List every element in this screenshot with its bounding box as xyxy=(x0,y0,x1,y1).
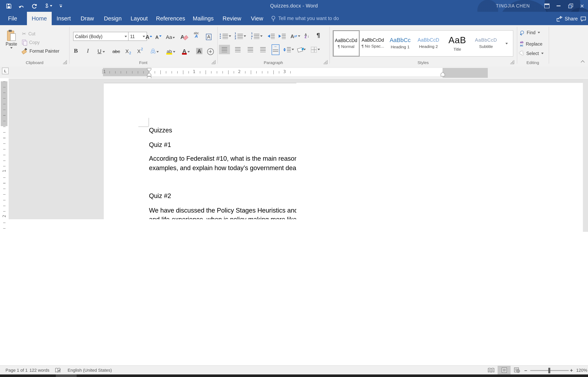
paragraph-dialog-launcher-icon[interactable] xyxy=(324,60,327,64)
shading-button[interactable] xyxy=(298,45,306,54)
enclose-characters-button[interactable] xyxy=(207,46,214,55)
tab-layout[interactable]: Layout xyxy=(127,12,152,25)
web-layout-button[interactable] xyxy=(511,366,524,375)
styles-dialog-launcher-icon[interactable] xyxy=(510,60,514,64)
undo-icon[interactable] xyxy=(18,3,24,9)
horizontal-ruler[interactable]: 1 1 2 3 xyxy=(103,68,488,76)
touch-mode-icon[interactable] xyxy=(44,3,52,9)
style-no-spacing[interactable]: AaBbCcDd ¶ No Spac... xyxy=(360,31,386,55)
copy-button[interactable]: Copy xyxy=(22,39,59,45)
increase-indent-button[interactable] xyxy=(279,31,286,41)
style-subtitle[interactable]: AaBbCcD Subtitle xyxy=(472,31,500,55)
font-color-button[interactable]: A xyxy=(182,46,190,54)
touch-mode-dropdown-icon[interactable] xyxy=(50,5,52,7)
language-indicator[interactable]: English (United States) xyxy=(68,366,112,375)
font-size-combobox[interactable]: 11 xyxy=(128,32,147,41)
replace-button[interactable]: abac Replace xyxy=(520,41,542,47)
multilevel-list-button[interactable]: 1ai xyxy=(251,31,262,41)
indent-markers-icon[interactable] xyxy=(147,68,152,80)
zoom-level[interactable]: 120% xyxy=(576,366,587,375)
character-border-button[interactable]: A xyxy=(206,31,211,40)
tab-mailings[interactable]: Mailings xyxy=(189,12,217,25)
font-dialog-launcher-icon[interactable] xyxy=(211,60,216,64)
sort-button[interactable]: AZ↓ xyxy=(305,31,309,41)
distributed-button[interactable]: ↔ xyxy=(270,45,281,54)
text-effects-button[interactable]: A xyxy=(151,46,159,54)
align-left-button[interactable] xyxy=(219,45,230,54)
style-heading-2[interactable]: AaBbCcD Heading 2 xyxy=(414,31,443,55)
paste-dropdown-icon[interactable] xyxy=(10,47,12,49)
tab-draw[interactable]: Draw xyxy=(77,12,98,25)
format-painter-button[interactable]: Format Painter xyxy=(22,48,59,54)
underline-button[interactable]: U xyxy=(97,46,105,54)
save-icon[interactable] xyxy=(6,3,12,9)
paste-button[interactable]: Paste xyxy=(3,30,20,57)
share-button[interactable]: Share xyxy=(556,13,578,24)
tab-references[interactable]: References xyxy=(152,12,189,25)
restore-button[interactable] xyxy=(564,0,576,12)
italic-button[interactable]: I xyxy=(87,46,89,54)
zoom-out-button[interactable]: – xyxy=(524,366,527,375)
collapse-ribbon-icon[interactable] xyxy=(581,61,585,63)
justify-button[interactable] xyxy=(257,45,268,54)
select-button[interactable]: Select xyxy=(520,51,544,56)
numbering-button[interactable]: 123 xyxy=(235,31,246,41)
clear-formatting-button[interactable]: A xyxy=(180,31,188,40)
zoom-in-button[interactable]: + xyxy=(570,366,573,375)
tab-insert[interactable]: Insert xyxy=(53,12,75,25)
vertical-scrollbar[interactable] xyxy=(583,79,588,232)
cut-button[interactable]: ✂ Cut xyxy=(22,31,59,36)
customize-qat-icon[interactable] xyxy=(59,4,62,7)
print-layout-button[interactable] xyxy=(498,366,511,375)
tab-design[interactable]: Design xyxy=(100,12,126,25)
borders-button[interactable] xyxy=(311,45,320,54)
grow-font-button[interactable]: A xyxy=(145,31,152,40)
minimize-button[interactable] xyxy=(553,0,564,12)
decrease-indent-button[interactable] xyxy=(268,31,275,41)
page-indicator[interactable]: Page 1 of 1 xyxy=(5,366,28,375)
tab-review[interactable]: Review xyxy=(218,12,245,25)
doc-line: Quizzes xyxy=(149,126,296,135)
tab-stop-selector[interactable]: L xyxy=(2,68,9,74)
proofing-status-icon[interactable] xyxy=(55,366,61,375)
character-shading-button[interactable]: A xyxy=(196,46,203,54)
vertical-ruler[interactable]: 1 2 xyxy=(1,81,7,232)
account-user-name[interactable]: TINGJIA CHEN xyxy=(496,3,530,8)
zoom-slider-thumb[interactable] xyxy=(548,367,550,373)
clipboard-dialog-launcher-icon[interactable] xyxy=(63,60,67,64)
find-button[interactable]: Find xyxy=(520,30,540,35)
subscript-button[interactable]: X2 xyxy=(125,46,131,54)
tab-home[interactable]: Home xyxy=(27,12,52,25)
document-page-text[interactable]: Quizzes Quiz #1 According to Federalist … xyxy=(149,118,296,219)
style-heading-1[interactable]: AaBbCc Heading 1 xyxy=(386,31,414,55)
phonetic-guide-button[interactable]: abcA xyxy=(194,31,199,39)
redo-icon[interactable] xyxy=(31,3,37,9)
text-highlight-color-button[interactable]: ab xyxy=(167,46,176,54)
tell-me-box[interactable]: Tell me what you want to do xyxy=(271,12,339,25)
close-button[interactable]: ✕ xyxy=(576,0,588,12)
strikethrough-button[interactable]: abc xyxy=(112,46,120,54)
change-case-button[interactable]: Aa xyxy=(166,31,175,40)
asian-layout-button[interactable]: A ⇄ xyxy=(290,31,300,41)
style-normal[interactable]: AaBbCcDd ¶ Normal xyxy=(333,30,360,57)
tab-view[interactable]: View xyxy=(247,12,267,25)
right-indent-marker-icon[interactable] xyxy=(440,72,445,77)
bold-button[interactable]: B xyxy=(74,46,78,54)
align-center-button[interactable] xyxy=(232,45,243,54)
line-spacing-button[interactable] xyxy=(283,45,294,54)
font-name-combobox[interactable]: Calibri (Body) xyxy=(73,32,129,41)
bullets-button[interactable] xyxy=(220,31,231,41)
styles-gallery-more-icon[interactable] xyxy=(500,31,513,56)
tab-file[interactable]: File xyxy=(4,12,21,25)
read-mode-button[interactable] xyxy=(485,366,498,375)
tell-me-label: Tell me what you want to do xyxy=(278,16,339,21)
comments-icon[interactable] xyxy=(578,13,588,24)
superscript-button[interactable]: X2 xyxy=(137,46,143,54)
ribbon-display-options-icon[interactable] xyxy=(541,0,553,12)
copy-icon xyxy=(22,40,27,45)
word-count[interactable]: 122 words xyxy=(29,366,49,375)
shrink-font-button[interactable]: A xyxy=(155,31,161,40)
style-title[interactable]: AaB Title xyxy=(443,31,472,55)
align-right-button[interactable] xyxy=(245,45,256,54)
show-hide-formatting-button[interactable]: ¶ xyxy=(316,31,320,40)
